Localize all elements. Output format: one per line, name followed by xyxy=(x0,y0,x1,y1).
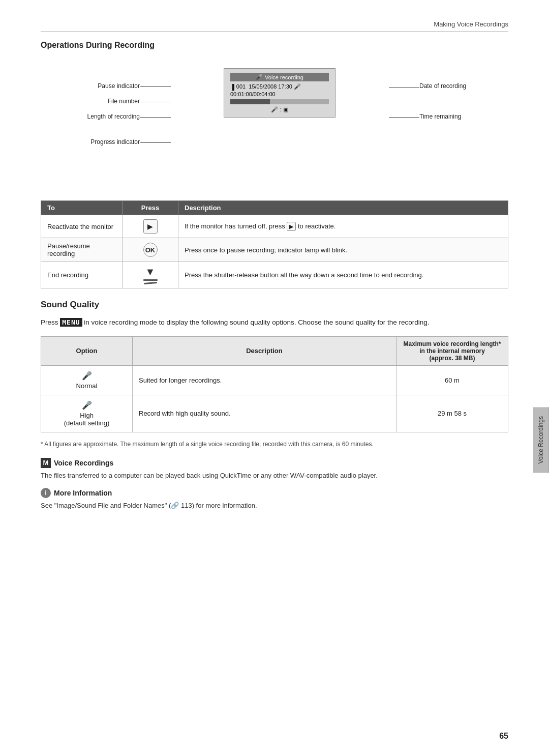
row1-to: Reactivate the monitor xyxy=(41,215,123,238)
line-file xyxy=(140,102,171,102)
sq-row-high: 🎤 High(default setting) Record with high… xyxy=(41,395,508,432)
note-more-info: i More Information See "Image/Sound File… xyxy=(41,488,508,511)
sq-high-label: High(default setting) xyxy=(47,412,126,427)
screen-row1: ▐ 001 15/05/2008 17:30 🎤 xyxy=(230,83,329,90)
line-pause xyxy=(140,86,171,87)
label-length-recording: Length of recording xyxy=(41,113,140,120)
col-header-description: Description xyxy=(178,201,508,215)
row3-to: End recording xyxy=(41,262,123,288)
note-voice-heading: M Voice Recordings xyxy=(41,458,508,468)
sq-length-high: 29 m 58 s xyxy=(396,395,508,432)
col-header-to: To xyxy=(41,201,123,215)
operations-section: Operations During Recording 🎤 Voice reco… xyxy=(41,41,508,288)
label-time-remaining: Time remaining xyxy=(419,113,508,120)
note-info-title: More Information xyxy=(54,489,112,497)
table-row: Pause/resume recording OK Press once to … xyxy=(41,238,508,262)
line-date xyxy=(389,88,419,88)
sq-col-maxlength: Maximum voice recording length* in the i… xyxy=(396,336,508,365)
side-tab: Voice Recordings xyxy=(533,407,549,473)
row2-press: OK xyxy=(123,238,178,262)
page-header: Making Voice Recordings xyxy=(41,20,508,32)
sound-quality-table: Option Description Maximum voice recordi… xyxy=(41,336,508,432)
bookmark-icon: M xyxy=(41,458,51,468)
row2-to: Pause/resume recording xyxy=(41,238,123,262)
play-button-icon: ▶ xyxy=(143,219,158,234)
page-header-text: Making Voice Recordings xyxy=(434,20,508,28)
note-voice-title: Voice Recordings xyxy=(54,459,113,467)
screen-title-bar: 🎤 Voice recording xyxy=(230,73,329,81)
sq-desc-high: Record with high quality sound. xyxy=(133,395,396,432)
mic-icon-normal: 🎤 xyxy=(47,371,126,381)
mic-icon-high: 🎤 xyxy=(47,400,126,410)
sq-row-normal: 🎤 Normal Suited for longer recordings. 6… xyxy=(41,365,508,395)
screen-title: Voice recording xyxy=(265,74,303,80)
operations-title: Operations During Recording xyxy=(41,41,508,50)
sq-option-normal: 🎤 Normal xyxy=(41,365,133,395)
sq-length-normal: 60 m xyxy=(396,365,508,395)
row3-press: ▼ xyxy=(123,262,178,288)
sq-col-option: Option xyxy=(41,336,133,365)
row1-desc: If the monitor has turned off, press ▶ t… xyxy=(178,215,508,238)
row1-press: ▶ xyxy=(123,215,178,238)
label-progress-indicator: Progress indicator xyxy=(41,138,140,146)
sq-col-description: Description xyxy=(133,336,396,365)
label-pause-indicator: Pause indicator xyxy=(41,82,140,90)
page-number: 65 xyxy=(499,732,508,741)
screen-bottom-icons: 🎤 : ▣ xyxy=(230,106,329,113)
shutter-button-icon: ▼ xyxy=(143,266,158,284)
sq-option-high: 🎤 High(default setting) xyxy=(41,395,133,432)
sound-quality-section: Sound Quality Press MENU in voice record… xyxy=(41,300,508,449)
info-icon: i xyxy=(41,488,51,498)
line-time xyxy=(389,117,419,118)
note-voice-text: The files transferred to a computer can … xyxy=(41,471,508,481)
col-header-press: Press xyxy=(123,201,178,215)
screen-progress-fill xyxy=(230,99,270,104)
diagram-area: 🎤 Voice recording ▐ 001 15/05/2008 17:30… xyxy=(41,58,508,190)
line-length xyxy=(140,117,171,118)
menu-label: MENU xyxy=(60,318,82,327)
sound-quality-title: Sound Quality xyxy=(41,300,508,310)
line-progress xyxy=(140,142,171,143)
screen-progress-bar xyxy=(230,99,329,104)
screen-mockup: 🎤 Voice recording ▐ 001 15/05/2008 17:30… xyxy=(224,68,325,118)
row2-desc: Press once to pause recording; indicator… xyxy=(178,238,508,262)
row3-desc: Press the shutter-release button all the… xyxy=(178,262,508,288)
sound-quality-intro: Press MENU in voice recording mode to di… xyxy=(41,317,508,328)
label-file-number: File number xyxy=(41,98,140,105)
operations-table: To Press Description Reactivate the moni… xyxy=(41,200,508,288)
note-info-text: See "Image/Sound File and Folder Names" … xyxy=(41,501,508,511)
table-row: End recording ▼ Press the shutter-releas… xyxy=(41,262,508,288)
ok-button-icon: OK xyxy=(143,243,158,257)
screen-row2: 00:01:00/00:04:00 xyxy=(230,91,329,97)
sq-footnote: * All figures are approximate. The maxim… xyxy=(41,440,508,449)
sq-normal-label: Normal xyxy=(47,382,126,390)
page: Making Voice Recordings Operations Durin… xyxy=(0,0,549,756)
table-row: Reactivate the monitor ▶ If the monitor … xyxy=(41,215,508,238)
inline-play-icon: ▶ xyxy=(287,222,296,231)
sq-desc-normal: Suited for longer recordings. xyxy=(133,365,396,395)
note-info-heading: i More Information xyxy=(41,488,508,498)
note-voice-recordings: M Voice Recordings The files transferred… xyxy=(41,458,508,481)
label-date-recording: Date of recording xyxy=(419,82,508,90)
